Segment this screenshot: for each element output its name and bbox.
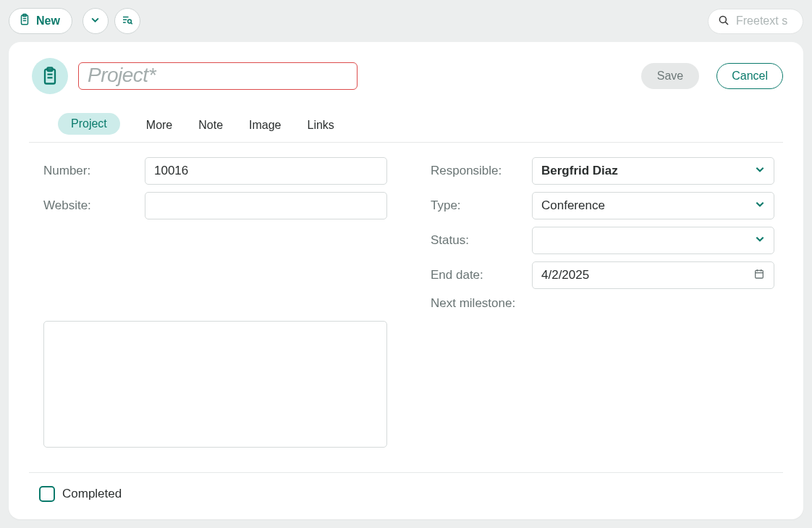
description-textarea[interactable] [43,321,387,448]
list-search-icon [121,14,134,29]
chevron-down-icon [90,15,100,27]
calendar-icon [753,268,765,283]
website-input[interactable] [145,192,387,219]
chevron-down-icon [755,233,765,248]
responsible-label: Responsible: [431,164,525,178]
clipboard-icon [18,13,31,29]
new-dropdown-button[interactable] [83,8,109,34]
tabs: Project More Note Image Links [29,101,783,143]
find-button[interactable] [114,8,140,34]
svg-point-9 [719,16,726,22]
enddate-input[interactable]: 4/2/2025 [532,261,774,289]
responsible-value: Bergfrid Diaz [541,164,618,178]
chevron-down-icon [755,164,765,178]
number-label: Number: [43,164,138,178]
nextmilestone-label: Next milestone: [431,296,515,311]
type-select[interactable]: Conference [532,192,774,219]
status-select[interactable] [532,227,774,254]
new-button-label: New [36,14,60,28]
tab-note[interactable]: Note [198,113,223,142]
svg-point-7 [128,20,132,23]
svg-line-8 [131,22,132,24]
responsible-select[interactable]: Bergfrid Diaz [532,157,774,185]
tab-project[interactable]: Project [58,113,120,135]
project-card: Save Cancel Project More Note Image Link… [9,42,803,519]
tab-more[interactable]: More [146,113,172,142]
freetext-search-input[interactable] [736,14,794,28]
website-label: Website: [43,198,138,213]
enddate-value: 4/2/2025 [541,268,589,282]
number-input[interactable] [145,157,387,185]
enddate-label: End date: [431,268,525,282]
project-title-input[interactable] [78,62,358,90]
type-value: Conference [541,198,605,213]
save-button[interactable]: Save [641,63,699,89]
completed-checkbox[interactable] [39,486,55,502]
new-button[interactable]: New [9,8,72,34]
chevron-down-icon [755,198,765,213]
freetext-search[interactable] [708,9,803,34]
search-icon [717,14,730,29]
completed-label: Completed [62,487,122,501]
cancel-button[interactable]: Cancel [716,63,783,89]
svg-rect-15 [756,270,764,278]
type-label: Type: [431,198,525,213]
svg-line-10 [725,22,728,25]
project-icon [32,58,68,94]
status-label: Status: [431,233,525,248]
tab-image[interactable]: Image [249,113,281,142]
tab-links[interactable]: Links [308,113,334,142]
